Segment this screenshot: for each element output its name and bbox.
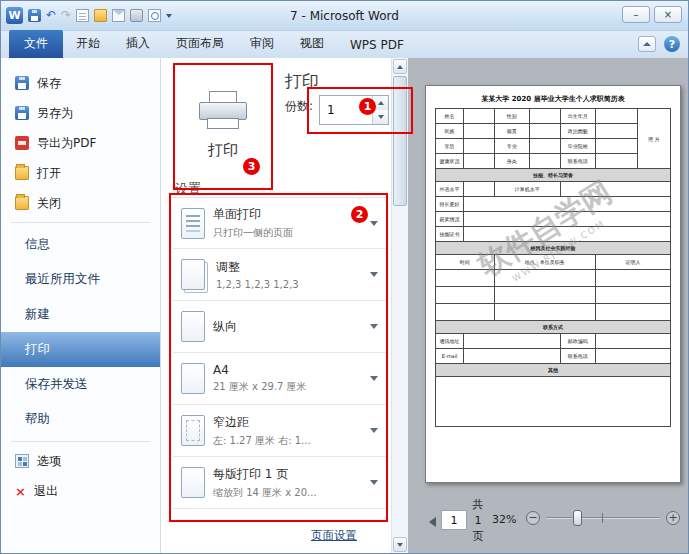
sidebar-item-open[interactable]: 打开 bbox=[1, 158, 160, 188]
sidebar-item-save-send[interactable]: 保存并发送 bbox=[1, 367, 160, 402]
table-cell: 特长爱好 bbox=[436, 197, 464, 212]
help-button[interactable]: ? bbox=[664, 36, 680, 52]
sidebar-item-info[interactable]: 信息 bbox=[1, 227, 160, 262]
sidebar-item-label: 退出 bbox=[34, 483, 58, 500]
table-cell bbox=[464, 109, 495, 124]
table-cell bbox=[595, 154, 637, 169]
table-cell bbox=[436, 287, 495, 304]
copies-value[interactable]: 1 bbox=[320, 96, 372, 124]
chevron-down-icon[interactable] bbox=[370, 428, 378, 433]
save-icon bbox=[15, 76, 29, 90]
tab-page-layout[interactable]: 页面布局 bbox=[163, 30, 237, 58]
close-button[interactable]: × bbox=[654, 6, 682, 23]
zoom-out-button[interactable]: − bbox=[526, 511, 540, 525]
table-cell bbox=[529, 124, 560, 139]
tab-review[interactable]: 审阅 bbox=[237, 30, 287, 58]
tab-view[interactable]: 视图 bbox=[287, 30, 337, 58]
open-folder-icon[interactable] bbox=[94, 9, 107, 22]
setting-margins[interactable]: 窄边距 左: 1.27 厘米 右: 1... bbox=[173, 405, 386, 457]
tab-wps-pdf[interactable]: WPS PDF bbox=[337, 33, 417, 58]
scroll-down-button[interactable] bbox=[393, 537, 407, 552]
chevron-down-icon[interactable] bbox=[370, 376, 378, 381]
previous-page-icon[interactable] bbox=[429, 517, 436, 527]
redo-icon[interactable]: ↷ bbox=[61, 9, 71, 22]
setting-paper-size[interactable]: A4 21 厘米 x 29.7 厘米 bbox=[173, 353, 386, 405]
setting-orientation[interactable]: 纵向 bbox=[173, 301, 386, 353]
sidebar-item-save-as[interactable]: 另存为 bbox=[1, 98, 160, 128]
table-cell bbox=[464, 124, 495, 139]
table-cell: 时间 bbox=[436, 255, 495, 270]
word-logo-icon[interactable]: W bbox=[6, 7, 23, 24]
sidebar-item-exit[interactable]: × 退出 bbox=[1, 476, 160, 506]
print-heading: 打印 bbox=[285, 70, 319, 93]
print-button-label: 打印 bbox=[208, 141, 238, 160]
sidebar-item-close[interactable]: 关闭 bbox=[1, 188, 160, 218]
collapse-ribbon-button[interactable] bbox=[638, 36, 656, 52]
copies-spinner[interactable]: 1 bbox=[319, 95, 389, 125]
table-section-cell: 其他 bbox=[436, 364, 671, 377]
document-title: 某某大学 2020 届毕业大学生个人求职简历表 bbox=[435, 94, 671, 104]
exit-icon: × bbox=[15, 484, 26, 498]
table-cell: 籍贯 bbox=[494, 124, 529, 139]
setting-collation[interactable]: 调整 1,2,3 1,2,3 1,2,3 bbox=[173, 249, 386, 301]
settings-heading: 设置 bbox=[175, 180, 201, 198]
up-arrow-icon bbox=[378, 101, 384, 105]
table-cell bbox=[560, 182, 670, 197]
printer-icon bbox=[199, 91, 247, 131]
table-cell: E-mail bbox=[436, 349, 464, 364]
table-cell: 民族 bbox=[436, 124, 464, 139]
setting-subtitle: 1,2,3 1,2,3 1,2,3 bbox=[216, 279, 362, 290]
zoom-slider-thumb[interactable] bbox=[573, 510, 582, 526]
table-cell bbox=[595, 270, 670, 287]
minimize-button[interactable]: – bbox=[622, 6, 650, 23]
word-window: W ↶ ↷ 7 - Microsoft Word – × 文件 开始 插入 页面… bbox=[0, 0, 689, 554]
table-cell bbox=[595, 287, 670, 304]
sidebar-item-export-pdf[interactable]: 导出为PDF bbox=[1, 128, 160, 158]
new-document-icon[interactable] bbox=[76, 9, 89, 22]
chevron-down-icon[interactable] bbox=[370, 324, 378, 329]
sidebar-item-new[interactable]: 新建 bbox=[1, 297, 160, 332]
save-icon[interactable] bbox=[28, 9, 41, 22]
scroll-up-button[interactable] bbox=[393, 59, 407, 74]
table-cell bbox=[595, 109, 637, 124]
zoom-in-button[interactable]: + bbox=[666, 511, 680, 525]
vertical-scrollbar[interactable] bbox=[391, 58, 408, 553]
undo-icon[interactable]: ↶ bbox=[46, 9, 56, 22]
current-page-input[interactable]: 1 bbox=[441, 510, 467, 530]
chevron-down-icon[interactable] bbox=[370, 272, 378, 277]
print-button[interactable]: 打印 bbox=[175, 66, 271, 184]
preview-table-body: 姓名性别出生年月照 片民族籍贯政治面貌学历专业毕业院校健康状况身高联系电话技能、… bbox=[436, 109, 671, 427]
table-cell bbox=[494, 287, 595, 304]
orientation-icon bbox=[181, 311, 205, 342]
zoom-percentage[interactable]: 32% bbox=[492, 513, 516, 526]
sidebar-item-recent[interactable]: 最近所用文件 bbox=[1, 262, 160, 297]
table-cell bbox=[529, 154, 560, 169]
options-icon bbox=[15, 454, 29, 468]
table-section-cell: 校园及社会实践经验 bbox=[436, 242, 671, 255]
titlebar: W ↶ ↷ 7 - Microsoft Word – × bbox=[1, 1, 688, 31]
tab-home[interactable]: 开始 bbox=[63, 30, 113, 58]
sidebar-item-help[interactable]: 帮助 bbox=[1, 402, 160, 437]
page-setup-link[interactable]: 页面设置 bbox=[311, 528, 357, 543]
table-cell: 健康状况 bbox=[436, 154, 464, 169]
scrollbar-thumb[interactable] bbox=[393, 76, 407, 206]
tab-insert[interactable]: 插入 bbox=[113, 30, 163, 58]
tab-file[interactable]: 文件 bbox=[9, 30, 63, 58]
zoom-slider-track[interactable] bbox=[546, 517, 660, 519]
backstage-view: 保存 另存为 导出为PDF 打开 关闭 信息 最近所用文件 新建 打印 bbox=[1, 58, 688, 553]
setting-duplex[interactable]: 单面打印 只打印一侧的页面 bbox=[173, 197, 386, 249]
setting-pages-per-sheet[interactable]: 每版打印 1 页 缩放到 14 厘米 x 20... bbox=[173, 457, 386, 509]
table-cell: 邮政编码 bbox=[560, 334, 595, 349]
copies-decrement-button[interactable] bbox=[373, 110, 388, 124]
setting-title: 纵向 bbox=[213, 318, 362, 335]
setting-subtitle: 左: 1.27 厘米 右: 1... bbox=[213, 434, 362, 448]
chevron-down-icon[interactable] bbox=[370, 480, 378, 485]
table-cell: 毕业院校 bbox=[560, 139, 595, 154]
sidebar-item-options[interactable]: 选项 bbox=[1, 446, 160, 476]
sidebar-item-save[interactable]: 保存 bbox=[1, 68, 160, 98]
copies-increment-button[interactable] bbox=[373, 96, 388, 110]
table-cell bbox=[494, 304, 595, 321]
sidebar-item-print[interactable]: 打印 bbox=[1, 332, 160, 367]
chevron-down-icon[interactable] bbox=[370, 221, 378, 226]
table-cell bbox=[464, 349, 560, 364]
